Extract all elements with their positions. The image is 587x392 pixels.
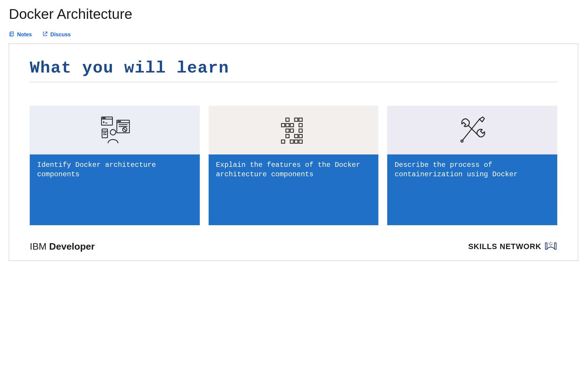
learning-card: Describe the process of containerization… <box>387 106 557 225</box>
footer-right-label: SKILLS NETWORK <box>468 242 541 251</box>
svg-rect-18 <box>102 129 108 138</box>
svg-rect-32 <box>299 129 302 132</box>
card-icon-area <box>209 106 379 154</box>
svg-rect-38 <box>295 140 298 143</box>
svg-point-43 <box>550 242 551 243</box>
svg-rect-37 <box>290 140 294 143</box>
svg-point-47 <box>550 246 551 247</box>
svg-point-12 <box>119 121 120 122</box>
discuss-label: Discuss <box>50 32 71 38</box>
learning-card: Explain the features of the Docker archi… <box>209 106 379 225</box>
svg-line-40 <box>463 119 479 140</box>
notes-icon <box>9 31 15 38</box>
svg-point-41 <box>461 140 463 142</box>
svg-rect-36 <box>281 140 285 143</box>
page-title: Docker Architecture <box>9 6 578 22</box>
card-text: Describe the process of containerization… <box>387 154 557 225</box>
footer-left-brand: IBM Developer <box>30 241 95 252</box>
svg-rect-28 <box>290 123 294 127</box>
card-icon-area <box>30 106 200 154</box>
notes-label: Notes <box>17 32 32 38</box>
svg-rect-35 <box>299 134 302 138</box>
slide-footer: IBM Developer SKILLS NETWORK <box>30 240 557 253</box>
svg-rect-31 <box>290 129 294 132</box>
svg-rect-39 <box>299 140 302 143</box>
footer-right-brand: SKILLS NETWORK <box>468 240 557 253</box>
svg-line-17 <box>123 128 126 131</box>
svg-point-44 <box>552 243 553 244</box>
svg-rect-29 <box>299 123 302 127</box>
learning-card: Identify Docker architecture components <box>30 106 200 225</box>
svg-point-6 <box>104 118 104 118</box>
cards-row: Identify Docker architecture components <box>30 106 557 225</box>
footer-brand-light: IBM <box>30 241 49 252</box>
svg-rect-23 <box>286 118 289 121</box>
svg-point-13 <box>120 121 121 122</box>
svg-point-42 <box>549 243 550 244</box>
svg-rect-33 <box>286 134 289 138</box>
svg-rect-25 <box>299 118 302 121</box>
svg-point-11 <box>118 121 118 122</box>
slide-frame: What you will learn <box>9 44 578 261</box>
svg-rect-27 <box>286 123 289 127</box>
footer-brand-bold: Developer <box>49 241 95 252</box>
discuss-button[interactable]: Discuss <box>42 31 71 38</box>
tools-wrench-icon <box>453 113 492 148</box>
card-text: Explain the features of the Docker archi… <box>209 154 379 225</box>
svg-point-46 <box>551 244 552 245</box>
external-link-icon <box>42 31 48 38</box>
svg-point-22 <box>110 130 116 135</box>
card-text: Identify Docker architecture components <box>30 154 200 225</box>
svg-rect-30 <box>286 129 289 132</box>
svg-point-5 <box>103 118 103 118</box>
notes-button[interactable]: Notes <box>9 31 32 38</box>
svg-rect-24 <box>295 118 298 121</box>
card-icon-area <box>387 106 557 154</box>
action-bar: Notes Discuss <box>9 31 578 38</box>
svg-point-45 <box>549 244 550 245</box>
svg-rect-34 <box>295 134 298 138</box>
features-grid-icon <box>274 113 313 148</box>
architecture-components-icon <box>95 113 134 148</box>
svg-point-7 <box>105 118 105 118</box>
skills-network-logo-icon <box>544 240 557 253</box>
slide-heading: What you will learn <box>30 59 557 82</box>
svg-rect-26 <box>281 123 285 127</box>
